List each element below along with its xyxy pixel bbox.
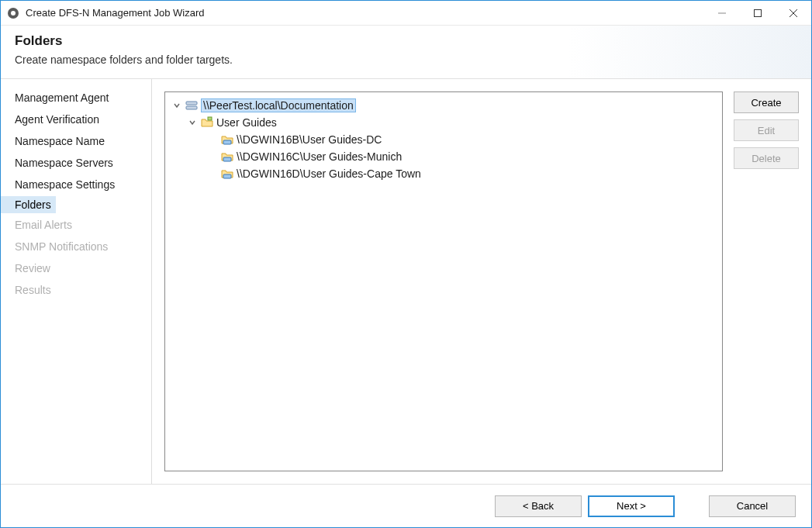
svg-rect-9 bbox=[223, 140, 231, 144]
back-button[interactable]: < Back bbox=[495, 495, 582, 517]
tree-actions: Create Edit Delete bbox=[734, 91, 799, 471]
main-content: \\PeerTest.local\Documentation User Guid… bbox=[152, 79, 811, 484]
tree-node-label[interactable]: \\DGWIN16C\User Guides-Munich bbox=[237, 150, 402, 163]
tree-node-label[interactable]: \\DGWIN16D\User Guides-Cape Town bbox=[237, 167, 421, 180]
folder-group-icon bbox=[201, 116, 213, 129]
tree-node-target[interactable]: \\DGWIN16B\User Guides-DC bbox=[168, 131, 719, 148]
page-subtitle: Create namespace folders and folder targ… bbox=[15, 53, 797, 66]
wizard-footer: < Back Next > Cancel bbox=[1, 484, 811, 527]
step-email-alerts: Email Alerts bbox=[1, 215, 151, 235]
step-agent-verification[interactable]: Agent Verification bbox=[1, 109, 151, 129]
tree-node-namespace-root[interactable]: \\PeerTest.local\Documentation bbox=[168, 97, 719, 114]
step-namespace-settings[interactable]: Namespace Settings bbox=[1, 174, 151, 195]
app-icon bbox=[7, 7, 19, 19]
tree-node-label[interactable]: User Guides bbox=[216, 116, 277, 129]
svg-rect-8 bbox=[208, 117, 212, 120]
edit-button: Edit bbox=[734, 119, 799, 141]
step-namespace-name[interactable]: Namespace Name bbox=[1, 131, 151, 151]
svg-rect-7 bbox=[186, 106, 197, 109]
svg-point-1 bbox=[11, 11, 16, 16]
close-button[interactable] bbox=[776, 1, 811, 25]
svg-rect-6 bbox=[186, 102, 197, 105]
step-review: Review bbox=[1, 258, 151, 278]
maximize-button[interactable] bbox=[740, 1, 776, 25]
folder-target-icon bbox=[221, 133, 233, 146]
tree-node-label[interactable]: \\DGWIN16B\User Guides-DC bbox=[237, 133, 382, 146]
step-folders[interactable]: Folders bbox=[1, 196, 56, 213]
window-controls bbox=[704, 1, 811, 25]
svg-rect-11 bbox=[223, 174, 231, 178]
chevron-down-icon[interactable] bbox=[187, 119, 198, 126]
step-results: Results bbox=[1, 280, 151, 300]
tree-node-target[interactable]: \\DGWIN16D\User Guides-Cape Town bbox=[168, 165, 719, 182]
page-title: Folders bbox=[15, 33, 797, 49]
folder-target-icon bbox=[221, 167, 233, 180]
svg-rect-10 bbox=[223, 157, 231, 161]
server-icon bbox=[185, 99, 198, 112]
folders-tree[interactable]: \\PeerTest.local\Documentation User Guid… bbox=[164, 91, 723, 471]
chevron-down-icon[interactable] bbox=[171, 102, 182, 109]
step-snmp-notifications: SNMP Notifications bbox=[1, 236, 151, 257]
step-namespace-servers[interactable]: Namespace Servers bbox=[1, 153, 151, 173]
svg-rect-3 bbox=[755, 9, 762, 16]
wizard-banner: Folders Create namespace folders and fol… bbox=[1, 26, 811, 79]
create-button[interactable]: Create bbox=[734, 91, 799, 113]
titlebar: Create DFS-N Management Job Wizard bbox=[1, 1, 811, 26]
tree-node-target[interactable]: \\DGWIN16C\User Guides-Munich bbox=[168, 148, 719, 165]
cancel-button[interactable]: Cancel bbox=[709, 495, 796, 517]
tree-node-label[interactable]: \\PeerTest.local\Documentation bbox=[201, 98, 356, 112]
minimize-button[interactable] bbox=[704, 1, 740, 25]
wizard-steps-sidebar: Management Agent Agent Verification Name… bbox=[1, 79, 152, 484]
folder-target-icon bbox=[221, 150, 233, 163]
window-title: Create DFS-N Management Job Wizard bbox=[26, 7, 704, 19]
delete-button: Delete bbox=[734, 147, 799, 169]
tree-node-folder[interactable]: User Guides bbox=[168, 114, 719, 131]
next-button[interactable]: Next > bbox=[588, 495, 675, 517]
step-management-agent[interactable]: Management Agent bbox=[1, 88, 151, 108]
